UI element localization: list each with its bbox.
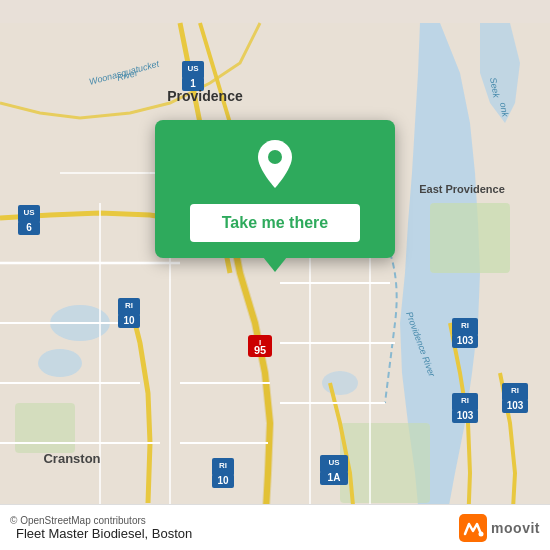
popup-card: Take me there <box>155 120 395 258</box>
svg-text:6: 6 <box>26 222 32 233</box>
moovit-logo: moovit <box>459 514 540 542</box>
svg-text:Providence: Providence <box>167 88 243 104</box>
location-label: Fleet Master Biodiesel, Boston <box>10 526 459 541</box>
map-background: US 1 US 6 RI 10 I 95 RI 10 US 1A RI 103 <box>0 0 550 550</box>
svg-text:RI: RI <box>125 301 133 310</box>
svg-point-2 <box>38 349 82 377</box>
svg-text:103: 103 <box>507 400 524 411</box>
svg-text:East Providence: East Providence <box>419 183 505 195</box>
map-container: US 1 US 6 RI 10 I 95 RI 10 US 1A RI 103 <box>0 0 550 550</box>
svg-point-70 <box>268 150 282 164</box>
svg-text:US: US <box>328 458 340 467</box>
svg-text:10: 10 <box>217 475 229 486</box>
svg-text:1A: 1A <box>328 472 341 483</box>
svg-rect-71 <box>459 514 487 542</box>
svg-text:10: 10 <box>123 315 135 326</box>
svg-text:95: 95 <box>254 344 266 356</box>
svg-text:RI: RI <box>511 386 519 395</box>
svg-text:103: 103 <box>457 410 474 421</box>
svg-rect-4 <box>430 203 510 273</box>
svg-rect-6 <box>15 403 75 453</box>
bottom-bar: © OpenStreetMap contributors Fleet Maste… <box>0 504 550 550</box>
moovit-brand-text: moovit <box>491 520 540 536</box>
svg-text:US: US <box>23 208 35 217</box>
svg-point-3 <box>322 371 358 395</box>
svg-text:Cranston: Cranston <box>43 451 100 466</box>
moovit-logo-icon <box>459 514 487 542</box>
map-attribution: © OpenStreetMap contributors <box>10 515 459 526</box>
svg-text:103: 103 <box>457 335 474 346</box>
svg-text:RI: RI <box>219 461 227 470</box>
take-me-there-button[interactable]: Take me there <box>190 204 360 242</box>
svg-text:US: US <box>187 64 199 73</box>
svg-point-72 <box>479 531 484 536</box>
svg-text:RI: RI <box>461 396 469 405</box>
svg-text:RI: RI <box>461 321 469 330</box>
location-pin-icon <box>249 138 301 190</box>
